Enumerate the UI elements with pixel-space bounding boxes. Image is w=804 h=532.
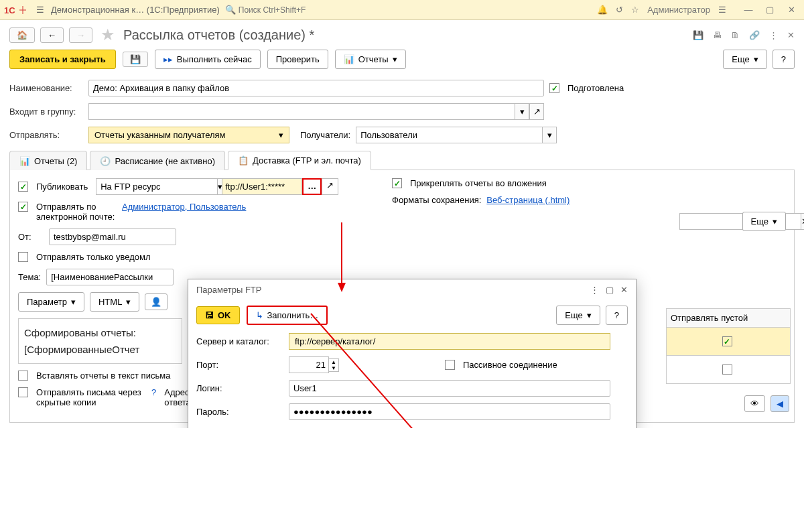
bell-icon[interactable]: 🔔 [597,5,608,15]
table-row[interactable] [666,356,791,384]
ftp-fill-button[interactable]: ↳Заполнить… [247,306,328,325]
save-button[interactable]: 💾 [123,52,148,67]
view-icon[interactable]: 👁 [744,395,765,412]
ftp-port-label: Порт: [196,360,283,370]
close-form-button[interactable]: ✕ [787,30,795,40]
send-label: Отправлять: [9,130,83,140]
save-icon[interactable]: 💾 [693,30,704,40]
title-app: Демонстрационная к… (1С:Предприятие) [51,5,220,15]
group-open-button[interactable]: ↗ [529,103,544,120]
ftp-port-input[interactable] [289,356,329,373]
email-body-editor[interactable]: Сформированы отчеты: [СформированныеОтче… [18,318,182,364]
back-button[interactable]: ← [40,27,64,43]
run-now-button[interactable]: ▸▸Выполнить сейчас [155,50,261,69]
email-checkbox[interactable] [18,202,28,212]
save-close-button[interactable]: Записать и закрыть [9,50,116,69]
send-mode-select[interactable]: Отчеты указанным получателям▾ [88,127,289,143]
recipients-input[interactable]: ▾ [356,127,557,143]
group-label: Входит в группу: [9,107,83,117]
port-down-button[interactable]: ▼ [329,365,338,371]
email-recipients-link[interactable]: Администратор, Пользователь [122,202,246,212]
recipients-dropdown-button[interactable]: ▾ [542,127,557,143]
tab-schedule[interactable]: 🕘Расписание (не активно) [90,151,225,170]
email-label: Отправлять по электронной почте: [36,202,117,222]
tab-delivery[interactable]: 📋Доставка (FTP и эл. почта) [228,151,371,170]
send-empty-2-checkbox[interactable] [722,364,732,375]
formats-link[interactable]: Веб-страница (.html) [486,195,570,205]
next-arrow-icon[interactable]: ◀ [770,395,789,412]
reports-dropdown[interactable]: 📊Отчеты ▾ [335,50,406,69]
dlg-close-icon[interactable]: ✕ [620,285,628,295]
ftp-password-input[interactable] [289,403,610,420]
attach-checkbox[interactable] [392,178,402,188]
aux-clear-button[interactable]: ✕ [801,213,804,230]
publish-checkbox[interactable] [18,182,28,192]
col-send-empty-header[interactable]: Отправлять пустой [666,308,791,328]
subject-label: Тема: [18,272,41,282]
ftp-details-button[interactable]: … [302,178,322,195]
favorite-star-icon[interactable]: ★ [100,25,115,44]
maximize-button[interactable]: ▢ [761,3,779,17]
ftp-openext-button[interactable]: ↗ [322,178,338,195]
forward-button[interactable]: → [69,27,92,43]
editor-tool-icon[interactable]: 👤 [145,293,168,310]
burger-icon[interactable]: ☰ [36,5,44,15]
send-empty-1-checkbox[interactable] [722,336,732,346]
notify-only-checkbox[interactable] [18,252,28,262]
ftp-login-label: Логин: [196,383,283,393]
passive-checkbox[interactable] [445,360,455,370]
ftp-password-label: Пароль: [196,407,283,417]
from-label: От: [18,232,44,242]
html-button[interactable]: HTML ▾ [90,292,139,312]
ftp-server-label: Сервер и каталог: [196,336,283,346]
more-button[interactable]: Еще ▾ [723,50,766,69]
global-search-input[interactable] [239,5,359,15]
ftp-server-input[interactable] [289,333,610,350]
group-input[interactable]: ▾ ↗ [88,103,544,120]
svg-text:1С: 1С [4,5,15,15]
ftp-login-input[interactable] [289,380,610,397]
ftp-more-button[interactable]: Еще ▾ [556,306,600,325]
body-line: Сформированы отчеты: [24,324,176,341]
check-button[interactable]: Проверить [267,50,328,69]
print-icon[interactable]: 🖶 [713,30,722,40]
insert-reports-label: Вставлять отчеты в текст письма [36,371,170,381]
dlg-max-icon[interactable]: ▢ [606,285,614,295]
close-button[interactable]: ✕ [783,3,800,17]
ftp-ok-button[interactable]: 🖫OK [196,306,240,324]
history-icon[interactable]: ↺ [616,5,623,15]
page-title: Рассылка отчетов (создание) * [123,27,314,43]
dlg-more-icon[interactable]: ⋮ [590,285,599,295]
prepared-checkbox[interactable] [549,83,559,93]
name-input[interactable] [88,80,544,96]
help-button[interactable]: ? [773,50,795,69]
star-icon[interactable]: ☆ [631,5,639,15]
more-vert-icon[interactable]: ⋮ [769,30,778,40]
settings-icon[interactable]: ☰ [718,5,726,15]
publish-target-select[interactable] [96,178,217,195]
port-up-button[interactable]: ▲ [329,359,338,365]
ftp-help-button[interactable]: ? [606,306,628,325]
more-button-2[interactable]: Еще ▾ [742,212,786,231]
tab-reports[interactable]: 📊Отчеты (2) [9,151,87,170]
recipients-label: Получатели: [300,130,350,140]
table-row[interactable] [666,328,791,356]
minimize-button[interactable]: — [740,3,757,17]
insert-reports-checkbox[interactable] [18,371,28,381]
param-button[interactable]: Параметр ▾ [18,292,84,312]
help-hint-icon[interactable]: ? [151,387,156,397]
prepared-label: Подготовлена [567,83,624,93]
group-dropdown-button[interactable]: ▾ [515,103,529,120]
preview-icon[interactable]: 🗎 [731,30,740,40]
body-line: [СформированныеОтчет [24,341,176,358]
from-input[interactable] [49,228,176,245]
ftp-short-input[interactable] [222,178,302,195]
link-icon[interactable]: 🔗 [749,30,760,40]
bcc-checkbox[interactable] [18,387,28,397]
search-icon: 🔍 [225,5,236,15]
user-label[interactable]: Администратор [647,5,710,15]
subject-input[interactable] [46,269,174,285]
name-label: Наименование: [9,83,83,93]
publish-label: Публиковать [36,182,88,192]
home-button[interactable]: 🏠 [9,27,35,43]
